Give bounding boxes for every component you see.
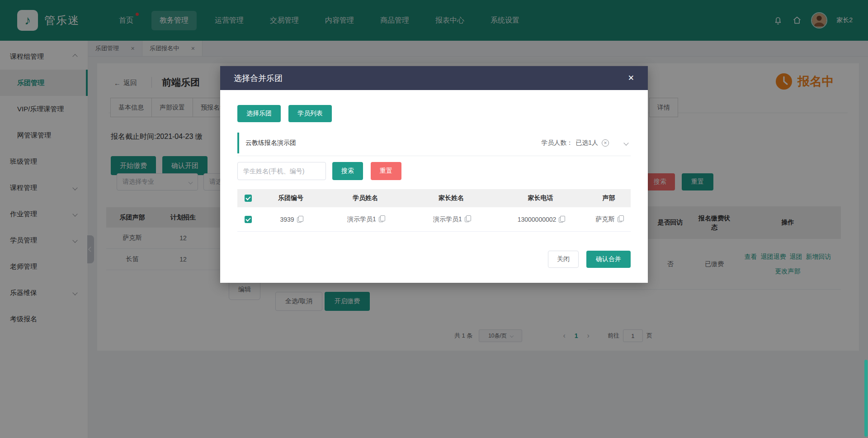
accent-bar [237, 133, 239, 153]
student-search-input[interactable] [237, 162, 326, 180]
copy-icon[interactable] [297, 217, 302, 223]
table-header: 乐团编号 学员姓名 家长姓名 家长电话 声部 [237, 189, 631, 207]
modal-reset-button[interactable]: 重置 [371, 162, 401, 180]
copy-icon[interactable] [379, 217, 383, 222]
chevron-down-icon[interactable] [623, 140, 628, 145]
copy-icon[interactable] [465, 217, 469, 222]
band-group-name: 云教练报名演示团 [245, 139, 296, 147]
close-icon[interactable]: ✕ [628, 73, 634, 83]
modal-footer: 关闭 确认合并 [237, 251, 631, 268]
confirm-merge-button[interactable]: 确认合并 [586, 251, 631, 268]
row-checkbox[interactable] [245, 216, 252, 223]
parent-phone-cell: 13000000002 [494, 216, 587, 223]
student-list-button[interactable]: 学员列表 [288, 105, 332, 122]
select-all-checkbox[interactable] [245, 195, 252, 202]
modal-search-row: 搜索 重置 [237, 162, 631, 180]
student-name-cell: 演示学员1 [322, 215, 408, 224]
circle-close-icon[interactable]: ✕ [602, 139, 609, 147]
modal-header: 选择合并乐团 ✕ [220, 66, 648, 90]
student-count: 学员人数： 已选1人 ✕ [541, 139, 609, 147]
select-band-button[interactable]: 选择乐团 [237, 105, 281, 122]
part-cell: 萨克斯 [587, 215, 631, 224]
band-no-cell: 3939 [259, 216, 322, 223]
copy-icon[interactable] [559, 217, 563, 223]
table-row[interactable]: 3939 演示学员1 演示学员1 13000000002 萨克斯 [237, 207, 631, 232]
merge-band-modal: 选择合并乐团 ✕ 选择乐团 学员列表 云教练报名演示团 学员人数： 已选1人 ✕… [220, 66, 648, 283]
copy-icon[interactable] [618, 217, 622, 222]
modal-close-button[interactable]: 关闭 [548, 251, 579, 268]
modal-search-button[interactable]: 搜索 [332, 162, 363, 180]
modal-mode-buttons: 选择乐团 学员列表 [237, 90, 631, 122]
selected-band-section: 云教练报名演示团 学员人数： 已选1人 ✕ [237, 130, 631, 156]
scrollbar-thumb[interactable] [864, 360, 868, 437]
modal-body: 选择乐团 学员列表 云教练报名演示团 学员人数： 已选1人 ✕ 搜索 重置 乐团… [220, 90, 648, 268]
modal-students-table: 乐团编号 学员姓名 家长姓名 家长电话 声部 3939 演示学员1 演示学员1 … [237, 189, 631, 232]
parent-name-cell: 演示学员1 [408, 215, 494, 224]
modal-title: 选择合并乐团 [234, 73, 283, 84]
